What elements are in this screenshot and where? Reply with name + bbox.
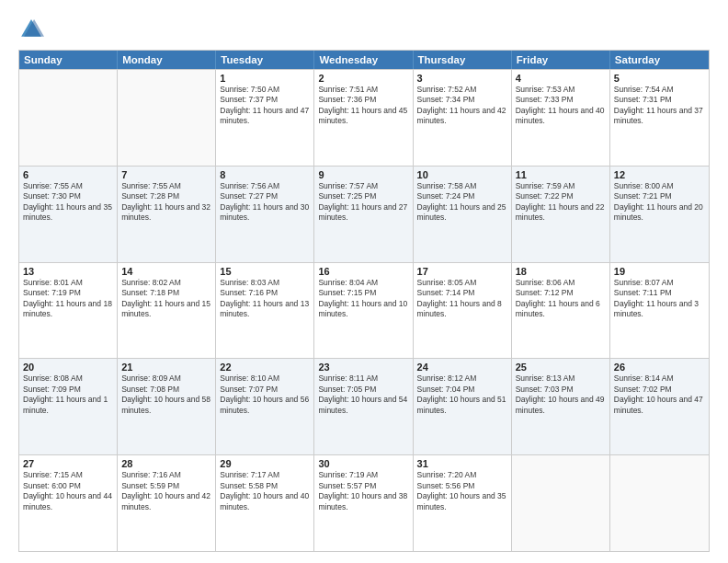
calendar-cell: 3Sunrise: 7:52 AMSunset: 7:34 PMDaylight… <box>414 70 512 166</box>
day-number: 25 <box>516 362 606 373</box>
day-info: Sunrise: 8:11 AMSunset: 7:05 PMDaylight:… <box>318 373 408 416</box>
day-number: 2 <box>318 73 408 84</box>
logo-icon <box>18 17 44 42</box>
calendar-cell: 9Sunrise: 7:57 AMSunset: 7:25 PMDaylight… <box>314 167 413 262</box>
calendar-cell: 16Sunrise: 8:04 AMSunset: 7:15 PMDayligh… <box>314 263 413 359</box>
day-info: Sunrise: 7:16 AMSunset: 5:59 PMDaylight:… <box>121 470 211 512</box>
header-day-saturday: Saturday <box>610 51 709 69</box>
day-info: Sunrise: 8:14 AMSunset: 7:02 PMDaylight:… <box>614 373 705 416</box>
calendar-cell: 5Sunrise: 7:54 AMSunset: 7:31 PMDaylight… <box>610 70 709 166</box>
day-info: Sunrise: 7:57 AMSunset: 7:25 PMDaylight:… <box>318 181 408 224</box>
calendar-cell: 22Sunrise: 8:10 AMSunset: 7:07 PMDayligh… <box>216 359 314 454</box>
calendar-header: SundayMondayTuesdayWednesdayThursdayFrid… <box>19 51 709 69</box>
day-number: 7 <box>121 169 211 180</box>
day-info: Sunrise: 7:55 AMSunset: 7:30 PMDaylight:… <box>23 181 113 224</box>
calendar-cell: 13Sunrise: 8:01 AMSunset: 7:19 PMDayligh… <box>19 263 118 359</box>
calendar-body: 1Sunrise: 7:50 AMSunset: 7:37 PMDaylight… <box>19 69 709 551</box>
day-number: 1 <box>220 73 310 84</box>
day-number: 20 <box>23 362 113 373</box>
calendar-cell: 25Sunrise: 8:13 AMSunset: 7:03 PMDayligh… <box>512 359 610 454</box>
header-day-monday: Monday <box>118 51 216 69</box>
calendar: SundayMondayTuesdayWednesdayThursdayFrid… <box>18 50 710 552</box>
calendar-cell <box>118 70 216 166</box>
day-number: 13 <box>23 266 113 277</box>
calendar-cell: 15Sunrise: 8:03 AMSunset: 7:16 PMDayligh… <box>216 263 314 359</box>
day-number: 21 <box>121 362 211 373</box>
day-number: 14 <box>121 266 211 277</box>
calendar-cell: 4Sunrise: 7:53 AMSunset: 7:33 PMDaylight… <box>512 70 610 166</box>
header-day-thursday: Thursday <box>414 51 512 69</box>
calendar-cell: 21Sunrise: 8:09 AMSunset: 7:08 PMDayligh… <box>118 359 216 454</box>
day-info: Sunrise: 8:10 AMSunset: 7:07 PMDaylight:… <box>220 373 310 416</box>
day-info: Sunrise: 8:06 AMSunset: 7:12 PMDaylight:… <box>516 278 606 320</box>
day-info: Sunrise: 8:07 AMSunset: 7:11 PMDaylight:… <box>614 278 705 320</box>
day-number: 16 <box>318 266 408 277</box>
calendar-cell <box>19 70 118 166</box>
day-info: Sunrise: 8:01 AMSunset: 7:19 PMDaylight:… <box>23 278 113 320</box>
calendar-cell: 19Sunrise: 8:07 AMSunset: 7:11 PMDayligh… <box>610 263 709 359</box>
day-number: 22 <box>220 362 310 373</box>
day-number: 8 <box>220 169 310 180</box>
calendar-row-2: 6Sunrise: 7:55 AMSunset: 7:30 PMDaylight… <box>19 166 709 262</box>
day-info: Sunrise: 7:20 AMSunset: 5:56 PMDaylight:… <box>417 470 507 512</box>
day-info: Sunrise: 8:02 AMSunset: 7:18 PMDaylight:… <box>121 278 211 320</box>
day-info: Sunrise: 7:54 AMSunset: 7:31 PMDaylight:… <box>614 85 705 127</box>
day-number: 27 <box>23 458 113 469</box>
calendar-cell: 11Sunrise: 7:59 AMSunset: 7:22 PMDayligh… <box>512 167 610 262</box>
calendar-cell: 1Sunrise: 7:50 AMSunset: 7:37 PMDaylight… <box>216 70 314 166</box>
day-info: Sunrise: 8:08 AMSunset: 7:09 PMDaylight:… <box>23 373 113 416</box>
calendar-cell: 28Sunrise: 7:16 AMSunset: 5:59 PMDayligh… <box>118 455 216 551</box>
day-number: 15 <box>220 266 310 277</box>
calendar-cell: 8Sunrise: 7:56 AMSunset: 7:27 PMDaylight… <box>216 167 314 262</box>
day-number: 17 <box>417 266 507 277</box>
calendar-cell: 30Sunrise: 7:19 AMSunset: 5:57 PMDayligh… <box>314 455 413 551</box>
day-info: Sunrise: 7:15 AMSunset: 6:00 PMDaylight:… <box>23 470 113 512</box>
day-number: 30 <box>318 458 408 469</box>
calendar-row-1: 1Sunrise: 7:50 AMSunset: 7:37 PMDaylight… <box>19 69 709 166</box>
day-info: Sunrise: 8:09 AMSunset: 7:08 PMDaylight:… <box>121 373 211 416</box>
day-info: Sunrise: 7:52 AMSunset: 7:34 PMDaylight:… <box>417 85 507 127</box>
calendar-row-5: 27Sunrise: 7:15 AMSunset: 6:00 PMDayligh… <box>19 454 709 551</box>
header-day-tuesday: Tuesday <box>216 51 314 69</box>
calendar-cell: 17Sunrise: 8:05 AMSunset: 7:14 PMDayligh… <box>414 263 512 359</box>
calendar-cell: 23Sunrise: 8:11 AMSunset: 7:05 PMDayligh… <box>314 359 413 454</box>
day-number: 4 <box>516 73 606 84</box>
day-number: 9 <box>318 169 408 180</box>
day-info: Sunrise: 8:05 AMSunset: 7:14 PMDaylight:… <box>417 278 507 320</box>
page: SundayMondayTuesdayWednesdayThursdayFrid… <box>0 0 728 563</box>
day-info: Sunrise: 7:53 AMSunset: 7:33 PMDaylight:… <box>516 85 606 127</box>
day-info: Sunrise: 8:04 AMSunset: 7:15 PMDaylight:… <box>318 278 408 320</box>
day-number: 31 <box>417 458 507 469</box>
day-info: Sunrise: 7:56 AMSunset: 7:27 PMDaylight:… <box>220 181 310 224</box>
calendar-cell: 2Sunrise: 7:51 AMSunset: 7:36 PMDaylight… <box>314 70 413 166</box>
day-number: 19 <box>614 266 705 277</box>
calendar-cell: 10Sunrise: 7:58 AMSunset: 7:24 PMDayligh… <box>414 167 512 262</box>
day-number: 6 <box>23 169 113 180</box>
day-info: Sunrise: 7:59 AMSunset: 7:22 PMDaylight:… <box>516 181 606 224</box>
calendar-cell: 18Sunrise: 8:06 AMSunset: 7:12 PMDayligh… <box>512 263 610 359</box>
day-info: Sunrise: 8:13 AMSunset: 7:03 PMDaylight:… <box>516 373 606 416</box>
day-number: 26 <box>614 362 705 373</box>
calendar-cell: 24Sunrise: 8:12 AMSunset: 7:04 PMDayligh… <box>414 359 512 454</box>
day-number: 3 <box>417 73 507 84</box>
day-info: Sunrise: 8:00 AMSunset: 7:21 PMDaylight:… <box>614 181 705 224</box>
day-info: Sunrise: 8:12 AMSunset: 7:04 PMDaylight:… <box>417 373 507 416</box>
day-info: Sunrise: 7:55 AMSunset: 7:28 PMDaylight:… <box>121 181 211 224</box>
day-info: Sunrise: 7:58 AMSunset: 7:24 PMDaylight:… <box>417 181 507 224</box>
day-number: 18 <box>516 266 606 277</box>
day-info: Sunrise: 7:19 AMSunset: 5:57 PMDaylight:… <box>318 470 408 512</box>
day-number: 11 <box>516 169 606 180</box>
calendar-cell: 26Sunrise: 8:14 AMSunset: 7:02 PMDayligh… <box>610 359 709 454</box>
day-number: 12 <box>614 169 705 180</box>
logo <box>18 17 48 42</box>
header <box>18 17 710 42</box>
header-day-friday: Friday <box>512 51 610 69</box>
calendar-cell: 6Sunrise: 7:55 AMSunset: 7:30 PMDaylight… <box>19 167 118 262</box>
calendar-cell: 7Sunrise: 7:55 AMSunset: 7:28 PMDaylight… <box>118 167 216 262</box>
day-number: 5 <box>614 73 705 84</box>
calendar-cell: 20Sunrise: 8:08 AMSunset: 7:09 PMDayligh… <box>19 359 118 454</box>
day-info: Sunrise: 8:03 AMSunset: 7:16 PMDaylight:… <box>220 278 310 320</box>
calendar-cell <box>610 455 709 551</box>
day-info: Sunrise: 7:50 AMSunset: 7:37 PMDaylight:… <box>220 85 310 127</box>
day-info: Sunrise: 7:17 AMSunset: 5:58 PMDaylight:… <box>220 470 310 512</box>
